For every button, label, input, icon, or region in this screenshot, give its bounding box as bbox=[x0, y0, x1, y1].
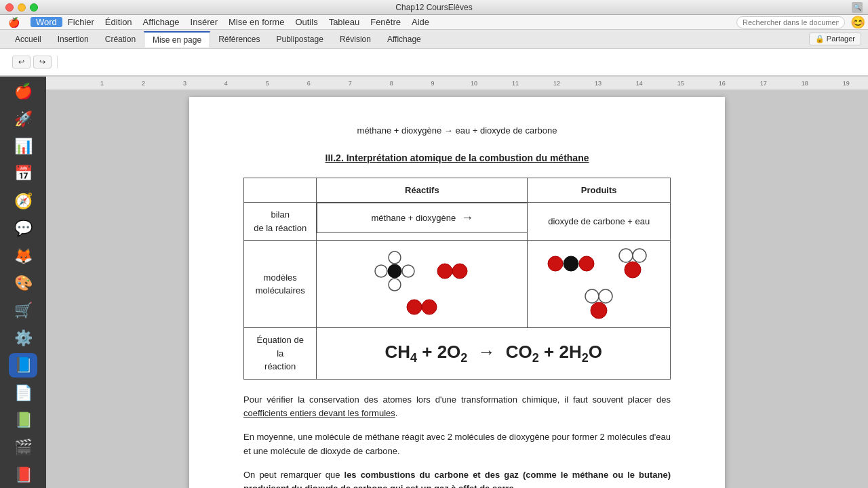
dock-vlc[interactable]: 🎬 bbox=[9, 435, 37, 460]
svg-point-7 bbox=[407, 300, 422, 314]
share-button[interactable]: 🔒 Partager bbox=[809, 33, 861, 45]
section-title: III.2. Interprétation atomique de la com… bbox=[243, 151, 671, 165]
dock-word[interactable]: 📘 bbox=[9, 353, 37, 378]
svg-point-13 bbox=[633, 249, 646, 262]
dock-launchpad[interactable]: 🚀 bbox=[9, 106, 37, 131]
svg-point-12 bbox=[619, 249, 633, 262]
tab-creation[interactable]: Création bbox=[97, 32, 144, 47]
reactifs-molecules-row1 bbox=[325, 251, 519, 291]
row-label-equation: Équation de laréaction bbox=[244, 328, 317, 380]
ruler-mark: 15 bbox=[660, 80, 701, 87]
menu-outils[interactable]: Outils bbox=[290, 17, 323, 27]
dock-firefox[interactable]: 🦊 bbox=[9, 243, 37, 268]
tab-insertion[interactable]: Insertion bbox=[50, 32, 97, 47]
window-title: Chap12 CoursElèves bbox=[395, 3, 472, 12]
svg-point-5 bbox=[437, 264, 452, 279]
menu-fenetre[interactable]: Fenêtre bbox=[365, 17, 406, 27]
ruler-mark: 14 bbox=[618, 80, 660, 87]
menu-fichier[interactable]: Fichier bbox=[62, 17, 100, 27]
table-header-reactifs: Réactifs bbox=[317, 178, 528, 203]
dock-photos[interactable]: 🎨 bbox=[9, 271, 37, 296]
paragraph-3: On peut remarquer que les combustions du… bbox=[243, 468, 671, 488]
dock-dashboard[interactable]: 📊 bbox=[9, 134, 37, 159]
dock-calendar[interactable]: 📅 bbox=[9, 161, 37, 186]
row-reactifs-molecules bbox=[317, 241, 528, 328]
svg-point-8 bbox=[422, 300, 437, 314]
dock-settings[interactable]: ⚙️ bbox=[9, 326, 37, 350]
close-button[interactable] bbox=[5, 3, 14, 12]
table-row-bilan: bilande la réaction méthane + dioxygène … bbox=[244, 203, 671, 241]
tab-mise-en-page[interactable]: Mise en page bbox=[144, 31, 210, 47]
ruler-mark: 2 bbox=[123, 80, 164, 87]
o2-molecule-2 bbox=[405, 297, 439, 317]
ruler-mark: 11 bbox=[495, 80, 536, 87]
ruler-mark: 6 bbox=[288, 80, 330, 87]
main-area: 🍎 🚀 📊 📅 🧭 💬 🦊 🎨 🛒 ⚙️ 📘 📄 📗 🎬 📕 1 2 3 4 5… bbox=[0, 77, 868, 488]
row-equation: CH4 + 2O2 → CO2 + 2H2O bbox=[317, 328, 671, 380]
ruler-mark: 1 bbox=[81, 80, 123, 87]
dock-finder[interactable]: 🍎 bbox=[9, 79, 37, 104]
svg-point-15 bbox=[585, 289, 599, 303]
reaction-text: méthane + dioxygène → eau + dioxyde de c… bbox=[357, 125, 557, 136]
traffic-lights[interactable] bbox=[5, 3, 38, 12]
ruler-mark: 16 bbox=[701, 80, 743, 87]
menu-aide[interactable]: Aide bbox=[406, 17, 435, 27]
doc-reaction-text: méthane + dioxygène → eau + dioxyde de c… bbox=[243, 124, 671, 138]
row-reactifs-bilan: méthane + dioxygène → bbox=[317, 203, 527, 233]
document-page: méthane + dioxygène → eau + dioxyde de c… bbox=[189, 97, 725, 488]
row-label-bilan: bilande la réaction bbox=[244, 203, 317, 241]
apple-menu[interactable]: 🍎 bbox=[3, 17, 25, 28]
document-scroll[interactable]: méthane + dioxygène → eau + dioxyde de c… bbox=[46, 90, 868, 488]
table-row-molecules: modèlesmoléculaires bbox=[244, 241, 671, 328]
ribbon-tabs: Accueil Insertion Création Mise en page … bbox=[0, 30, 868, 49]
search-input[interactable] bbox=[736, 16, 845, 28]
dock-excel[interactable]: 📗 bbox=[9, 408, 37, 432]
minimize-button[interactable] bbox=[18, 3, 26, 12]
menu-word[interactable]: Word bbox=[31, 17, 62, 27]
menu-edition[interactable]: Édition bbox=[100, 17, 138, 27]
dock-word-2[interactable]: 📄 bbox=[9, 380, 37, 405]
ruler-mark: 8 bbox=[371, 80, 412, 87]
menu-inserer[interactable]: Insérer bbox=[185, 17, 223, 27]
svg-point-16 bbox=[599, 289, 612, 303]
row-produits-bilan: dioxyde de carbone + eau bbox=[528, 203, 671, 241]
tab-revision[interactable]: Révision bbox=[332, 32, 379, 47]
ruler: 1 2 3 4 5 6 7 8 9 10 11 12 13 14 15 16 1… bbox=[46, 77, 868, 90]
menu-affichage[interactable]: Affichage bbox=[138, 17, 185, 27]
dock-messages[interactable]: 💬 bbox=[9, 216, 37, 241]
notifications-icon[interactable]: 😊 bbox=[850, 15, 865, 30]
title-bar: Chap12 CoursElèves 🔍 bbox=[0, 0, 868, 15]
redo-button[interactable]: ↪ bbox=[33, 56, 52, 68]
title-bar-controls: 🔍 bbox=[852, 2, 863, 13]
ruler-mark: 18 bbox=[784, 80, 825, 87]
svg-point-0 bbox=[389, 251, 401, 264]
tab-publipostage[interactable]: Publipostage bbox=[269, 32, 332, 47]
ruler-mark: 7 bbox=[330, 80, 371, 87]
dock-safari[interactable]: 🧭 bbox=[9, 189, 37, 214]
produits-molecules-row1 bbox=[536, 246, 662, 281]
svg-point-4 bbox=[388, 264, 401, 278]
ruler-marks: 1 2 3 4 5 6 7 8 9 10 11 12 13 14 15 16 1… bbox=[47, 80, 867, 87]
search-icon[interactable]: 🔍 bbox=[852, 2, 863, 13]
h2o-molecule-2 bbox=[581, 287, 616, 322]
co2-molecule bbox=[547, 254, 595, 273]
tab-affichage[interactable]: Affichage bbox=[379, 32, 429, 47]
maximize-button[interactable] bbox=[30, 3, 38, 12]
menu-tableau[interactable]: Tableau bbox=[323, 17, 366, 27]
dock-appstore[interactable]: 🛒 bbox=[9, 298, 37, 323]
dock-powerpoint[interactable]: 📕 bbox=[9, 463, 37, 487]
menu-mise-en-forme[interactable]: Mise en forme bbox=[223, 17, 290, 27]
ruler-mark: 17 bbox=[743, 80, 784, 87]
ruler-mark: 13 bbox=[577, 80, 618, 87]
row-produits-molecules bbox=[528, 241, 671, 328]
tab-references[interactable]: Références bbox=[210, 32, 268, 47]
svg-point-17 bbox=[591, 302, 607, 319]
svg-point-14 bbox=[625, 262, 641, 278]
undo-button[interactable]: ↩ bbox=[12, 56, 31, 68]
tab-accueil[interactable]: Accueil bbox=[7, 32, 50, 47]
paragraph-2: En moyenne, une molécule de méthane réag… bbox=[243, 430, 671, 459]
svg-point-3 bbox=[389, 279, 401, 291]
ruler-mark: 12 bbox=[536, 80, 577, 87]
menu-bar: 🍎 Word Fichier Édition Affichage Insérer… bbox=[0, 15, 868, 30]
section-title-text: III.2. Interprétation atomique de la com… bbox=[326, 152, 589, 163]
